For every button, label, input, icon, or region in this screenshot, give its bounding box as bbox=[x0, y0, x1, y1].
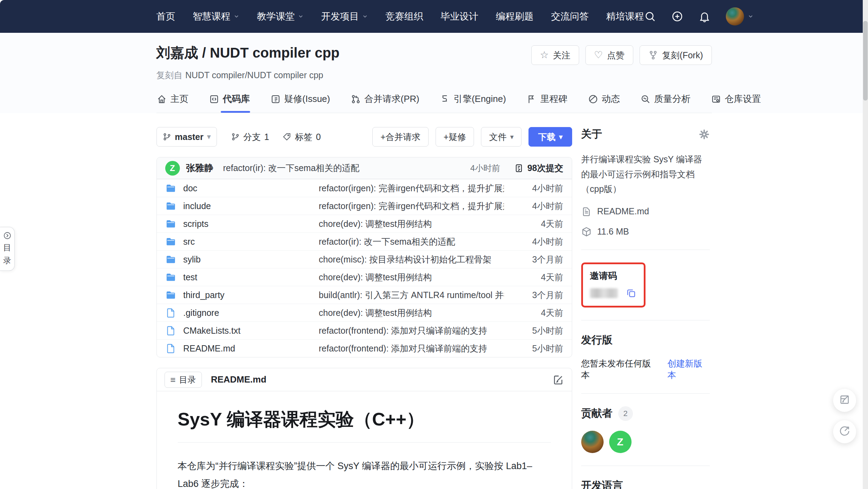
nav-item-dev-projects[interactable]: 开发项目 bbox=[321, 10, 368, 23]
file-commit-time: 3个月前 bbox=[504, 289, 563, 301]
invite-code-highlight-box: 邀请码 bbox=[581, 262, 645, 308]
search-icon[interactable] bbox=[644, 10, 656, 22]
table-row[interactable]: doc refactor(irgen): 完善irgen代码和文档，提升扩展兼容… bbox=[157, 179, 572, 197]
bell-icon[interactable] bbox=[699, 10, 710, 22]
tab-code[interactable]: 代码库 bbox=[209, 93, 250, 113]
new-pull-request-button[interactable]: +合并请求 bbox=[372, 127, 429, 147]
scrollbar-track[interactable] bbox=[863, 0, 868, 489]
toc-side-tab[interactable]: 目 录 bbox=[0, 227, 15, 271]
file-name[interactable]: scripts bbox=[183, 219, 209, 229]
file-commit-message[interactable]: refactor(frontend): 添加对只编译前端的支持 bbox=[319, 325, 504, 336]
fork-button[interactable]: 复刻(Fork) bbox=[640, 45, 712, 65]
edit-note-icon bbox=[839, 394, 851, 407]
tab-pull-requests[interactable]: 合并请求(PR) bbox=[350, 93, 419, 113]
file-commit-message[interactable]: build(antlr): 引入第三方 ANTLR4 runtime/tool … bbox=[319, 289, 504, 301]
history-icon bbox=[514, 163, 524, 173]
table-row[interactable]: sylib chore(misc): 按目录结构设计初始化工程骨架 3个月前 bbox=[157, 250, 572, 268]
nav-item-coding-practice[interactable]: 编程刷题 bbox=[496, 10, 534, 23]
copy-icon[interactable] bbox=[626, 288, 637, 299]
table-row[interactable]: .gitignore chore(dev): 调整test用例结构 4天前 bbox=[157, 304, 572, 321]
gear-icon[interactable] bbox=[699, 129, 710, 140]
tab-quality-analysis[interactable]: 质量分析 bbox=[640, 93, 691, 113]
file-name[interactable]: sylib bbox=[183, 254, 201, 265]
tab-activity[interactable]: 动态 bbox=[588, 93, 620, 113]
feedback-edit-button[interactable] bbox=[833, 389, 856, 412]
download-button[interactable]: 下载▾ bbox=[528, 127, 572, 147]
chevron-right-circle-icon bbox=[3, 231, 12, 240]
share-refresh-button[interactable] bbox=[833, 420, 856, 443]
file-name[interactable]: CMakeLists.txt bbox=[183, 326, 241, 336]
file-commit-message[interactable]: chore(dev): 调整test用例结构 bbox=[319, 218, 504, 230]
nav-item-qa-forum[interactable]: 交流问答 bbox=[551, 10, 589, 23]
nav-item-teaching-class[interactable]: 教学课堂 bbox=[257, 10, 304, 23]
nav-menu: 首页 智慧课程 教学课堂 开发项目 竞赛组织 毕业设计 编程刷题 交流问答 精培… bbox=[156, 10, 644, 23]
file-name[interactable]: README.md bbox=[183, 343, 235, 354]
table-row[interactable]: scripts chore(dev): 调整test用例结构 4天前 bbox=[157, 215, 572, 232]
file-name[interactable]: doc bbox=[183, 183, 197, 193]
scrollbar-thumb[interactable] bbox=[863, 21, 868, 101]
file-name[interactable]: src bbox=[183, 237, 195, 247]
folder-icon bbox=[165, 200, 176, 212]
nav-item-graduation-design[interactable]: 毕业设计 bbox=[441, 10, 479, 23]
file-browser-card: Z 张雅静 refactor(ir): 改一下sema相关的适配 4小时前 98… bbox=[156, 157, 572, 357]
branches-link[interactable]: 分支 1 bbox=[231, 131, 269, 143]
plus-circle-icon[interactable] bbox=[671, 10, 683, 22]
table-row[interactable]: include refactor(irgen): 完善irgen代码和文档，提升… bbox=[157, 197, 572, 215]
toc-tab-char: 录 bbox=[3, 255, 11, 266]
commit-author-avatar[interactable]: Z bbox=[165, 161, 180, 176]
file-commit-message[interactable]: refactor(frontend): 添加对只编译前端的支持 bbox=[319, 343, 504, 354]
file-commit-time: 3个月前 bbox=[504, 254, 563, 265]
table-row[interactable]: README.md refactor(frontend): 添加对只编译前端的支… bbox=[157, 339, 572, 357]
file-name[interactable]: third_party bbox=[183, 290, 225, 300]
contributor-avatar[interactable] bbox=[581, 431, 604, 453]
watch-button[interactable]: ☆关注 bbox=[531, 45, 579, 65]
contributors-count-badge: 2 bbox=[618, 406, 633, 421]
toc-button[interactable]: ≡目录 bbox=[165, 372, 202, 388]
tab-issues[interactable]: 疑修(Issue) bbox=[270, 93, 330, 113]
file-commit-message[interactable]: refactor(irgen): 完善irgen代码和文档，提升扩展兼容性 bbox=[319, 183, 504, 194]
file-name[interactable]: test bbox=[183, 272, 197, 282]
table-row[interactable]: third_party build(antlr): 引入第三方 ANTLR4 r… bbox=[157, 286, 572, 304]
table-row[interactable]: CMakeLists.txt refactor(frontend): 添加对只编… bbox=[157, 321, 572, 339]
tab-label: 疑修(Issue) bbox=[284, 93, 330, 105]
file-commit-message[interactable]: chore(dev): 调整test用例结构 bbox=[319, 272, 504, 283]
create-release-link[interactable]: 创建新版本 bbox=[668, 358, 710, 381]
fork-prefix: 复刻自 bbox=[156, 70, 183, 80]
file-commit-message[interactable]: chore(dev): 调整test用例结构 bbox=[319, 307, 504, 319]
nav-item-home[interactable]: 首页 bbox=[156, 10, 175, 23]
tags-count: 0 bbox=[316, 132, 321, 142]
tab-settings[interactable]: 仓库设置 bbox=[711, 93, 761, 113]
table-row[interactable]: test chore(dev): 调整test用例结构 4天前 bbox=[157, 268, 572, 286]
readme-link[interactable]: README.md bbox=[597, 206, 649, 216]
nav-item-smart-courses[interactable]: 智慧课程 bbox=[193, 10, 240, 23]
file-commit-message[interactable]: refactor(ir): 改一下sema相关的适配 bbox=[319, 236, 504, 247]
user-avatar[interactable] bbox=[726, 7, 754, 25]
fork-source-link[interactable]: NUDT compiler/NUDT compiler cpp bbox=[185, 70, 323, 80]
tab-milestones[interactable]: 里程碑 bbox=[526, 93, 568, 113]
edit-icon[interactable] bbox=[552, 374, 564, 386]
new-issue-button[interactable]: +疑修 bbox=[436, 127, 474, 147]
branch-selector[interactable]: master ▾ bbox=[156, 127, 217, 147]
commit-author-name[interactable]: 张雅静 bbox=[186, 162, 213, 174]
nav-item-competitions[interactable]: 竞赛组织 bbox=[386, 10, 423, 23]
divider bbox=[581, 320, 710, 320]
table-row[interactable]: src refactor(ir): 改一下sema相关的适配 4小时前 bbox=[157, 232, 572, 250]
tab-label: 动态 bbox=[602, 93, 620, 105]
file-commit-message[interactable]: chore(misc): 按目录结构设计初始化工程骨架 bbox=[319, 254, 504, 265]
file-commit-message[interactable]: refactor(irgen): 完善irgen代码和文档，提升扩展兼容性 bbox=[319, 200, 504, 212]
nav-item-premium-courses[interactable]: 精培课程 bbox=[606, 10, 644, 23]
file-name[interactable]: include bbox=[183, 201, 211, 211]
tab-home[interactable]: 主页 bbox=[156, 93, 189, 113]
contributor-avatar[interactable]: Z bbox=[609, 431, 632, 453]
like-label: 点赞 bbox=[607, 50, 625, 61]
tags-link[interactable]: 标签 0 bbox=[282, 131, 321, 143]
commit-message[interactable]: refactor(ir): 改一下sema相关的适配 bbox=[223, 162, 359, 174]
file-name[interactable]: .gitignore bbox=[183, 308, 219, 318]
readme-title: SysY 编译器课程实验（C++） bbox=[178, 407, 551, 443]
commits-count-link[interactable]: 98次提交 bbox=[514, 162, 563, 174]
like-button[interactable]: ♡点赞 bbox=[585, 45, 633, 65]
readme-link-row[interactable]: README.md bbox=[581, 206, 710, 217]
tab-engine[interactable]: 引擎(Engine) bbox=[439, 93, 506, 113]
files-dropdown-button[interactable]: 文件▾ bbox=[481, 127, 521, 147]
file-commit-time: 4天前 bbox=[504, 272, 563, 283]
